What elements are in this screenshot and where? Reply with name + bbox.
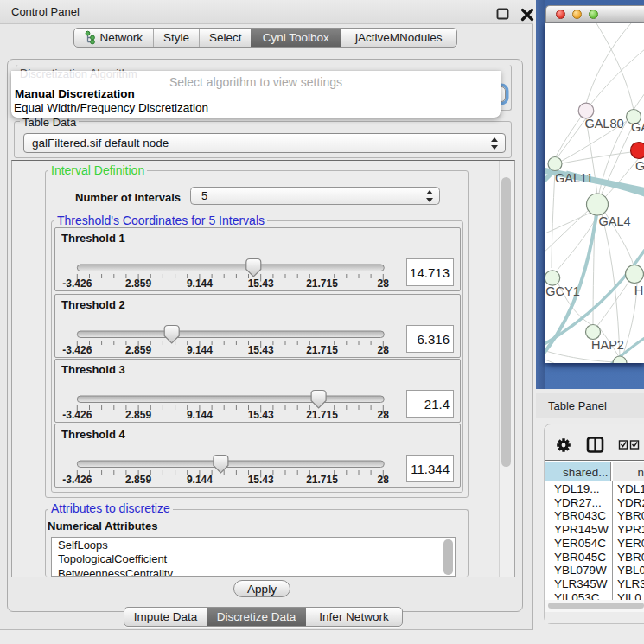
svg-text:9.144: 9.144	[187, 277, 213, 290]
svg-text:9.144: 9.144	[187, 409, 213, 421]
svg-text:GAL4: GAL4	[598, 214, 630, 228]
svg-text:28: 28	[378, 344, 390, 356]
svg-text:-3.426: -3.426	[62, 344, 92, 356]
svg-text:21.715: 21.715	[306, 409, 338, 421]
svg-text:15.43: 15.43	[248, 409, 274, 421]
svg-text:15.43: 15.43	[248, 474, 274, 486]
svg-text:15.43: 15.43	[248, 344, 274, 356]
svg-text:-3.426: -3.426	[62, 474, 92, 486]
svg-text:2.859: 2.859	[125, 409, 151, 421]
svg-text:2.859: 2.859	[125, 344, 151, 356]
svg-text:GCY1: GCY1	[545, 284, 580, 298]
svg-text:H: H	[634, 284, 643, 297]
svg-text:15.43: 15.43	[248, 277, 274, 290]
svg-text:9.144: 9.144	[187, 344, 213, 356]
svg-text:21.715: 21.715	[306, 474, 338, 486]
svg-text:28: 28	[378, 474, 390, 486]
svg-text:28: 28	[378, 277, 390, 290]
svg-text:GA: GA	[631, 120, 644, 134]
svg-text:HAP2: HAP2	[591, 338, 624, 352]
svg-text:-3.426: -3.426	[62, 277, 92, 290]
svg-text:21.715: 21.715	[306, 277, 338, 290]
svg-text:9.144: 9.144	[187, 474, 213, 486]
svg-text:21.715: 21.715	[306, 344, 338, 356]
svg-text:GAL80: GAL80	[584, 117, 623, 131]
svg-text:2.859: 2.859	[125, 277, 151, 290]
svg-text:G: G	[635, 159, 644, 173]
svg-text:GAL11: GAL11	[555, 171, 593, 185]
svg-text:28: 28	[378, 409, 390, 421]
svg-text:2.859: 2.859	[125, 474, 151, 486]
svg-text:-3.426: -3.426	[62, 409, 92, 421]
